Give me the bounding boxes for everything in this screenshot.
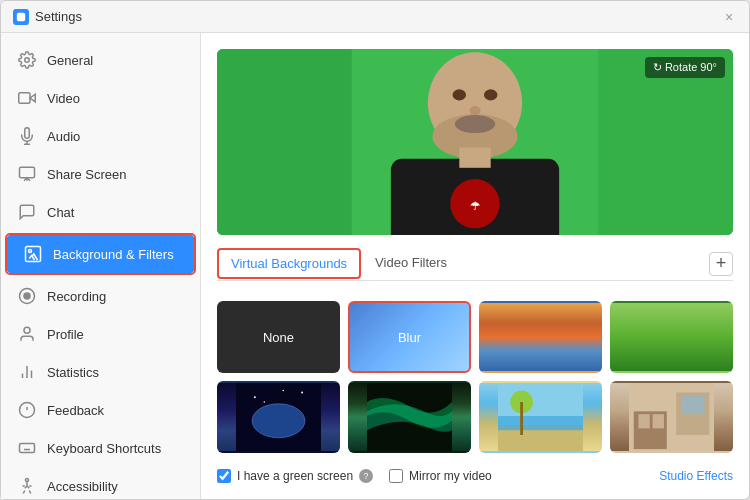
svg-point-11 — [24, 293, 30, 299]
svg-point-25 — [26, 479, 29, 482]
tab-video-filters[interactable]: Video Filters — [361, 247, 461, 280]
svg-rect-55 — [653, 414, 664, 428]
sidebar-item-background-filters[interactable]: Background & Filters — [7, 235, 194, 273]
green-screen-label: I have a green screen — [237, 469, 353, 483]
sidebar-label-recording: Recording — [47, 289, 106, 304]
background-blur[interactable]: Blur — [348, 301, 471, 373]
sidebar-item-feedback[interactable]: Feedback — [1, 391, 200, 429]
sidebar-item-share-screen[interactable]: Share Screen — [1, 155, 200, 193]
share-screen-icon — [17, 164, 37, 184]
sidebar-item-statistics[interactable]: Statistics — [1, 353, 200, 391]
content-area: General Video Audio Sha — [1, 33, 749, 499]
sidebar-item-accessibility[interactable]: Accessibility — [1, 467, 200, 499]
sidebar-item-video[interactable]: Video — [1, 79, 200, 117]
main-panel: ☂ ↻ Rotate 90° Virtual Backgr — [201, 33, 749, 499]
sidebar-label-bg-filters: Background & Filters — [53, 247, 174, 262]
mirror-label: Mirror my video — [409, 469, 492, 483]
sidebar-item-audio[interactable]: Audio — [1, 117, 200, 155]
stats-icon — [17, 362, 37, 382]
svg-point-12 — [24, 327, 30, 333]
feedback-icon — [17, 400, 37, 420]
video-preview: ☂ ↻ Rotate 90° — [217, 49, 733, 235]
tab-virtual-backgrounds[interactable]: Virtual Backgrounds — [221, 250, 357, 277]
svg-point-44 — [282, 390, 284, 392]
video-icon — [17, 88, 37, 108]
sidebar-label-share-screen: Share Screen — [47, 167, 127, 182]
sidebar: General Video Audio Sha — [1, 33, 201, 499]
sidebar-label-general: General — [47, 53, 93, 68]
svg-rect-27 — [217, 49, 352, 235]
rotate-button[interactable]: ↻ Rotate 90° — [645, 57, 725, 78]
sidebar-label-chat: Chat — [47, 205, 74, 220]
svg-text:☂: ☂ — [470, 200, 480, 212]
titlebar-left: Settings — [13, 9, 82, 25]
svg-point-38 — [455, 115, 495, 133]
gear-icon — [17, 50, 37, 70]
profile-icon — [17, 324, 37, 344]
app-icon — [13, 9, 29, 25]
sidebar-item-recording[interactable]: Recording — [1, 277, 200, 315]
svg-rect-3 — [19, 93, 30, 104]
studio-effects-link[interactable]: Studio Effects — [659, 469, 733, 483]
sidebar-label-profile: Profile — [47, 327, 84, 342]
background-icon — [23, 244, 43, 264]
sidebar-item-general[interactable]: General — [1, 41, 200, 79]
sidebar-label-feedback: Feedback — [47, 403, 104, 418]
svg-point-37 — [469, 106, 480, 115]
sidebar-label-accessibility: Accessibility — [47, 479, 118, 494]
svg-point-35 — [453, 89, 466, 100]
svg-rect-57 — [681, 395, 705, 414]
background-beach[interactable] — [479, 381, 602, 453]
svg-rect-6 — [20, 167, 35, 178]
mirror-group: Mirror my video — [389, 469, 492, 483]
green-screen-group: I have a green screen ? — [217, 469, 373, 483]
svg-rect-34 — [459, 148, 490, 168]
add-background-button[interactable]: + — [709, 252, 733, 276]
sidebar-item-profile[interactable]: Profile — [1, 315, 200, 353]
svg-point-1 — [25, 58, 30, 63]
titlebar: Settings × — [1, 1, 749, 33]
sidebar-item-keyboard-shortcuts[interactable]: Keyboard Shortcuts — [1, 429, 200, 467]
window-title: Settings — [35, 9, 82, 24]
close-button[interactable]: × — [721, 9, 737, 25]
green-screen-help-icon[interactable]: ? — [359, 469, 373, 483]
green-screen-checkbox[interactable] — [217, 469, 231, 483]
svg-point-45 — [264, 401, 266, 403]
settings-window: Settings × General Video — [0, 0, 750, 500]
background-room[interactable] — [610, 381, 733, 453]
background-space[interactable] — [217, 381, 340, 453]
accessibility-icon — [17, 476, 37, 496]
background-grid: None Blur — [217, 301, 733, 453]
svg-rect-0 — [17, 12, 25, 20]
svg-point-36 — [484, 89, 497, 100]
svg-marker-2 — [30, 94, 35, 102]
sidebar-label-statistics: Statistics — [47, 365, 99, 380]
svg-rect-19 — [20, 444, 35, 453]
record-icon — [17, 286, 37, 306]
sidebar-item-chat[interactable]: Chat — [1, 193, 200, 231]
background-golden-gate[interactable] — [479, 301, 602, 373]
svg-point-43 — [301, 392, 303, 394]
keyboard-icon — [17, 438, 37, 458]
background-nature[interactable] — [610, 301, 733, 373]
svg-point-9 — [29, 250, 32, 253]
svg-point-42 — [254, 396, 256, 398]
chat-icon — [17, 202, 37, 222]
mirror-checkbox[interactable] — [389, 469, 403, 483]
bottom-controls: I have a green screen ? Mirror my video … — [217, 465, 733, 483]
sidebar-label-keyboard-shortcuts: Keyboard Shortcuts — [47, 441, 161, 456]
svg-rect-54 — [638, 414, 649, 428]
tabs-bar: Virtual Backgrounds Video Filters + — [217, 247, 733, 281]
background-aurora[interactable] — [348, 381, 471, 453]
svg-rect-49 — [498, 416, 583, 430]
sidebar-label-audio: Audio — [47, 129, 80, 144]
sidebar-label-video: Video — [47, 91, 80, 106]
mic-icon — [17, 126, 37, 146]
background-none[interactable]: None — [217, 301, 340, 373]
